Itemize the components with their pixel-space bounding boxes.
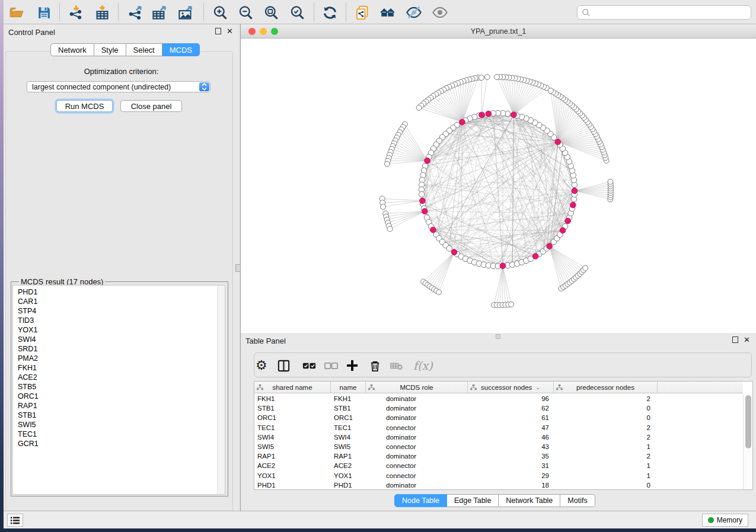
cell-shared-name[interactable]: FKH1 xyxy=(254,395,331,402)
cell-shared-name[interactable]: ACE2 xyxy=(254,462,331,469)
cell-predecessor-nodes[interactable]: 2 xyxy=(554,434,658,441)
cell-predecessor-nodes[interactable]: 2 xyxy=(554,453,658,460)
memory-button[interactable]: Memory xyxy=(702,514,748,527)
export-network-icon[interactable] xyxy=(127,4,143,21)
zoom-in-icon[interactable] xyxy=(212,4,228,21)
cell-MCDS-role[interactable]: dominator xyxy=(366,434,468,441)
cell-shared-name[interactable]: TEC1 xyxy=(254,424,331,431)
refresh-icon[interactable] xyxy=(321,4,338,21)
cell-successor-nodes[interactable]: 96 xyxy=(468,395,554,402)
cell-shared-name[interactable]: STB1 xyxy=(254,405,331,412)
column-header-shared-name[interactable]: shared name xyxy=(254,382,331,393)
cell-shared-name[interactable]: SWI4 xyxy=(254,434,331,441)
cell-predecessor-nodes[interactable]: 2 xyxy=(554,395,658,402)
cell-name[interactable]: YOX1 xyxy=(331,472,366,479)
table-row[interactable]: TEC1TEC1connector472 xyxy=(254,423,743,432)
mcds-result-item[interactable]: STB5 xyxy=(13,382,225,392)
table-row[interactable]: FKH1FKH1dominator962 xyxy=(254,394,743,403)
cell-name[interactable]: ORC1 xyxy=(331,414,366,421)
optimization-dropdown[interactable]: largest connected component (undirected) xyxy=(27,81,210,92)
cell-predecessor-nodes[interactable]: 1 xyxy=(554,462,658,469)
deselect-all-icon[interactable] xyxy=(324,358,339,373)
column-header-MCDS-role[interactable]: MCDS role xyxy=(366,382,468,393)
save-icon[interactable] xyxy=(36,4,52,21)
mcds-result-item[interactable]: ORC1 xyxy=(13,392,225,401)
table-row[interactable]: YOX1YOX1connector291 xyxy=(254,471,743,480)
cell-MCDS-role[interactable]: dominator xyxy=(366,453,468,460)
tab-node-table[interactable]: Node Table xyxy=(394,494,447,507)
cell-name[interactable]: SWI4 xyxy=(331,434,366,441)
horizontal-splitter-grip[interactable] xyxy=(496,334,500,339)
cell-predecessor-nodes[interactable]: 0 xyxy=(554,405,658,412)
tab-network[interactable]: Network xyxy=(50,43,94,56)
add-column-icon[interactable] xyxy=(345,358,359,373)
cell-successor-nodes[interactable]: 29 xyxy=(468,472,554,479)
cell-name[interactable]: FKH1 xyxy=(331,395,366,402)
mcds-result-item[interactable]: FKH1 xyxy=(13,363,225,373)
mcds-result-item[interactable]: GCR1 xyxy=(13,439,225,448)
cell-successor-nodes[interactable]: 46 xyxy=(468,434,554,441)
export-table-icon[interactable] xyxy=(151,4,167,21)
search-input[interactable] xyxy=(577,5,751,20)
close-table-panel-icon[interactable]: ✕ xyxy=(744,336,750,343)
cell-MCDS-role[interactable]: connector xyxy=(366,462,468,469)
column-header-successor-nodes[interactable]: successor nodes ⌄ xyxy=(468,382,554,393)
table-settings-icon[interactable]: ⚙ xyxy=(256,358,267,373)
cell-predecessor-nodes[interactable]: 2 xyxy=(554,424,658,431)
cell-MCDS-role[interactable]: connector xyxy=(366,443,468,450)
show-all-icon[interactable] xyxy=(432,4,448,21)
tab-style[interactable]: Style xyxy=(94,43,126,56)
cell-predecessor-nodes[interactable]: 1 xyxy=(554,472,658,479)
cell-successor-nodes[interactable]: 47 xyxy=(468,424,554,431)
cell-name[interactable]: SWI5 xyxy=(331,443,366,450)
cell-successor-nodes[interactable]: 18 xyxy=(468,482,554,489)
network-graph-canvas[interactable] xyxy=(241,39,756,333)
tab-mcds[interactable]: MCDS xyxy=(162,43,200,56)
mcds-result-item[interactable]: PMA2 xyxy=(13,354,225,363)
cell-shared-name[interactable]: SWI5 xyxy=(254,443,331,450)
delete-table-icon[interactable] xyxy=(390,358,404,373)
table-row[interactable]: RAP1RAP1dominator352 xyxy=(254,451,743,461)
cell-name[interactable]: TEC1 xyxy=(331,424,366,431)
cell-shared-name[interactable]: ORC1 xyxy=(254,414,331,421)
close-panel-button[interactable]: Close panel xyxy=(120,100,182,112)
hide-selected-icon[interactable] xyxy=(406,4,422,21)
table-row[interactable]: SWI5SWI5connector431 xyxy=(254,442,743,451)
cell-successor-nodes[interactable]: 35 xyxy=(468,453,554,460)
cell-shared-name[interactable]: PHD1 xyxy=(254,482,331,489)
tab-select[interactable]: Select xyxy=(126,43,162,56)
close-panel-icon[interactable]: ✕ xyxy=(227,28,233,34)
cell-name[interactable]: PHD1 xyxy=(331,482,366,489)
cell-successor-nodes[interactable]: 62 xyxy=(468,405,554,412)
import-table-icon[interactable] xyxy=(94,4,110,21)
table-row[interactable]: SWI4SWI4dominator462 xyxy=(254,432,743,442)
export-image-icon[interactable] xyxy=(177,4,193,21)
cell-successor-nodes[interactable]: 61 xyxy=(468,414,554,421)
run-mcds-button[interactable]: Run MCDS xyxy=(56,100,113,112)
mcds-result-item[interactable]: RAP1 xyxy=(13,401,225,411)
copy-network-icon[interactable] xyxy=(354,4,371,21)
mcds-result-item[interactable]: STB1 xyxy=(13,411,225,420)
cell-MCDS-role[interactable]: dominator xyxy=(366,395,468,402)
open-file-icon[interactable] xyxy=(8,4,25,21)
mcds-result-item[interactable]: PHD1 xyxy=(13,287,225,297)
vertical-splitter-grip[interactable] xyxy=(235,264,241,272)
zoom-out-icon[interactable] xyxy=(237,4,254,21)
cell-MCDS-role[interactable]: dominator xyxy=(366,414,468,421)
table-row[interactable]: ACE2ACE2connector311 xyxy=(254,461,743,470)
zoom-selected-icon[interactable] xyxy=(289,4,305,21)
cell-MCDS-role[interactable]: connector xyxy=(366,472,468,479)
float-panel-icon[interactable] xyxy=(215,28,221,34)
cell-name[interactable]: STB1 xyxy=(331,405,366,412)
cell-name[interactable]: RAP1 xyxy=(331,453,366,460)
delete-column-icon[interactable] xyxy=(368,358,382,373)
cell-successor-nodes[interactable]: 43 xyxy=(468,443,554,450)
mcds-result-item[interactable]: SWI4 xyxy=(13,335,225,344)
tab-network-table[interactable]: Network Table xyxy=(499,494,560,507)
mcds-result-item[interactable]: STP4 xyxy=(13,306,225,316)
first-neighbors-icon[interactable] xyxy=(379,4,396,21)
cell-name[interactable]: ACE2 xyxy=(331,462,366,469)
mcds-result-item[interactable]: CAR1 xyxy=(13,297,225,306)
zoom-fit-icon[interactable] xyxy=(263,4,279,21)
cell-predecessor-nodes[interactable]: 0 xyxy=(554,482,658,489)
